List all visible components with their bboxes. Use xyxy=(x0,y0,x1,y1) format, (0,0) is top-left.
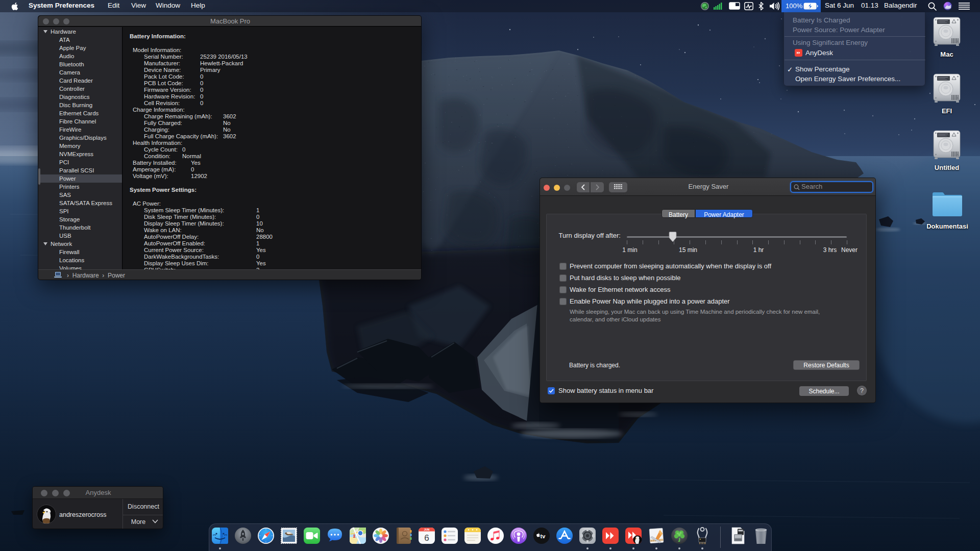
svg-text:6: 6 xyxy=(424,533,429,543)
svg-text:JUN: JUN xyxy=(424,528,430,531)
svg-text:tv: tv xyxy=(541,533,546,539)
